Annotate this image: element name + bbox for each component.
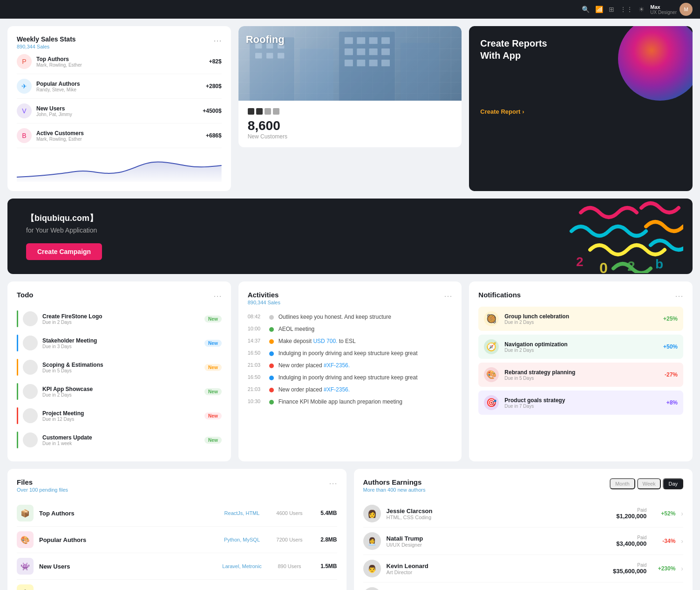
author-amount: $1,200,000 bbox=[605, 513, 646, 520]
activity-time: 10:30 bbox=[248, 398, 265, 404]
notification-item-rebrand: 🎨 Rebrand strategy planning Due in 5 Day… bbox=[478, 363, 683, 387]
file-icon-active-customers: 🎓 bbox=[17, 584, 34, 590]
popular-authors-people: Randy, Steve, Mike bbox=[36, 87, 201, 92]
author-role: Art Director bbox=[387, 569, 599, 575]
activity-text: Outlines keep you honest. And keep struc… bbox=[279, 314, 391, 320]
user-profile[interactable]: Max UX Designer M bbox=[650, 3, 693, 16]
svg-rect-14 bbox=[381, 37, 390, 44]
todo-bar-green bbox=[17, 310, 18, 327]
more-options-btn[interactable]: ⋯ bbox=[213, 35, 222, 46]
activity-link[interactable]: USD 700. bbox=[313, 338, 337, 344]
todo-item-firestone: Create FireStone Logo Due in 2 Days New bbox=[17, 307, 222, 331]
campaign-banner: 【biqubiqu.com】 for Your Web Application … bbox=[7, 199, 693, 274]
campaign-subtitle: for Your Web Application bbox=[26, 226, 102, 234]
activity-time: 14:37 bbox=[248, 338, 265, 343]
todo-avatar bbox=[23, 408, 38, 423]
avatar[interactable]: M bbox=[680, 3, 693, 16]
todo-badge-new: New bbox=[204, 364, 222, 371]
grid-icon[interactable]: ⊞ bbox=[609, 6, 614, 13]
activity-dot bbox=[269, 327, 274, 332]
notif-name: Product goals strategy bbox=[504, 397, 660, 404]
author-item-natali: 👩‍💼 Natali Trump UI/UX Designer Paid $3,… bbox=[363, 528, 684, 555]
active-customers-people: Mark, Rowling, Esther bbox=[36, 137, 201, 142]
campaign-domain: 【biqubiqu.com】 bbox=[26, 213, 102, 224]
search-icon[interactable]: 🔍 bbox=[582, 6, 590, 13]
reports-card: Create Reports With App Create Report › bbox=[469, 26, 693, 191]
sparkline-chart bbox=[17, 154, 222, 182]
top-authors-icon: P bbox=[17, 54, 32, 69]
create-campaign-button[interactable]: Create Campaign bbox=[26, 243, 102, 260]
apps-icon[interactable]: ⋮⋮ bbox=[620, 6, 633, 13]
todo-more-btn[interactable]: ⋯ bbox=[213, 291, 222, 301]
author-avatar-brad: 👨‍💻 bbox=[363, 587, 381, 590]
author-amount: $35,600,000 bbox=[605, 568, 646, 575]
author-arrow-icon: › bbox=[681, 565, 683, 572]
popular-authors-value: +280$ bbox=[206, 83, 222, 89]
activity-link[interactable]: #XF-2356. bbox=[324, 386, 350, 393]
activity-time: 10:00 bbox=[248, 326, 265, 331]
active-customers-icon: B bbox=[17, 128, 32, 143]
theme-icon[interactable]: ☀ bbox=[639, 6, 645, 13]
activity-time: 16:50 bbox=[248, 374, 265, 380]
signal-icon: 📶 bbox=[595, 6, 603, 13]
activity-item: 10:30 Finance KPI Mobile app launch prep… bbox=[248, 396, 453, 408]
author-amount: $3,400,000 bbox=[605, 540, 646, 547]
todo-item-project: Project Meeting Due in 12 Days New bbox=[17, 404, 222, 428]
svg-text:b: b bbox=[655, 257, 663, 271]
activities-sub: 890,344 Sales bbox=[248, 300, 280, 305]
activity-item: 08:42 Outlines keep you honest. And keep… bbox=[248, 311, 453, 323]
author-item-jessie: 👩 Jessie Clarcson HTML, CSS Coding Paid … bbox=[363, 500, 684, 528]
author-avatar-jessie: 👩 bbox=[363, 505, 381, 522]
activity-text: Indulging in poorly driving and keep str… bbox=[279, 350, 418, 357]
todo-item-customers: Customers Update Due in 1 week New bbox=[17, 428, 222, 452]
svg-text:0: 0 bbox=[599, 260, 608, 273]
file-users: 890 Users bbox=[271, 563, 308, 569]
files-more-btn[interactable]: ⋯ bbox=[329, 478, 337, 488]
todo-card: Todo ⋯ Create FireStone Logo Due in 2 Da… bbox=[7, 281, 231, 461]
new-customers-section: 8,600 New Customers bbox=[238, 101, 462, 147]
notif-due: Due in 2 Days bbox=[504, 348, 658, 353]
author-avatar-natali: 👩‍💼 bbox=[363, 532, 381, 550]
main-grid: Weekly Sales Stats 890,344 Sales ⋯ P Top… bbox=[0, 19, 700, 199]
author-paid: Paid bbox=[605, 508, 646, 513]
svg-rect-17 bbox=[369, 48, 377, 55]
tab-week[interactable]: Week bbox=[637, 478, 661, 489]
file-item-active-customers: 🎓 Active Customers AngularJS, C# 4600 Us… bbox=[17, 580, 337, 590]
todo-badge-new: New bbox=[204, 316, 222, 322]
files-title: Files bbox=[17, 478, 68, 486]
new-customers-number: 8,600 bbox=[248, 118, 453, 133]
svg-rect-21 bbox=[369, 60, 377, 66]
tab-month[interactable]: Month bbox=[610, 478, 635, 489]
svg-text:2: 2 bbox=[627, 258, 635, 273]
activity-dot bbox=[269, 351, 274, 356]
sales-stats-sub: 890,344 Sales bbox=[17, 44, 222, 49]
svg-rect-11 bbox=[345, 37, 353, 44]
file-icon-popular-authors: 🎨 bbox=[17, 531, 34, 548]
earnings-subtitle: More than 400 new authors bbox=[363, 487, 426, 493]
svg-rect-2 bbox=[300, 48, 333, 101]
earnings-title: Authors Earnings bbox=[363, 478, 426, 486]
todo-bar-green bbox=[17, 432, 18, 448]
activity-dot bbox=[269, 364, 274, 368]
square-icon-dark bbox=[248, 108, 254, 115]
todo-badge-new: New bbox=[204, 340, 222, 347]
activity-link[interactable]: #XF-2356. bbox=[324, 362, 350, 369]
tab-day[interactable]: Day bbox=[663, 478, 683, 489]
create-report-link[interactable]: Create Report › bbox=[480, 108, 524, 115]
file-name: Popular Authors bbox=[39, 536, 213, 543]
notifications-more-btn[interactable]: ⋯ bbox=[675, 291, 683, 301]
svg-rect-13 bbox=[369, 37, 377, 44]
notifications-title: Notifications bbox=[478, 291, 521, 299]
earnings-card: Authors Earnings More than 400 new autho… bbox=[354, 469, 693, 590]
todo-avatar bbox=[23, 311, 38, 326]
activities-more-btn[interactable]: ⋯ bbox=[444, 291, 452, 301]
todo-bar-red bbox=[17, 407, 18, 424]
todo-avatar bbox=[23, 384, 38, 399]
stat-item-popular-authors: ✈ Popular Authors Randy, Steve, Mike +28… bbox=[17, 74, 222, 99]
icons-row bbox=[248, 108, 453, 115]
activity-item: 16:50 Indulging in poorly driving and ke… bbox=[248, 371, 453, 384]
author-arrow-icon: › bbox=[681, 510, 683, 517]
notif-icon-rebrand: 🎨 bbox=[484, 367, 499, 382]
top-authors-value: +82$ bbox=[209, 58, 222, 65]
author-name: Kevin Leonard bbox=[387, 563, 599, 569]
